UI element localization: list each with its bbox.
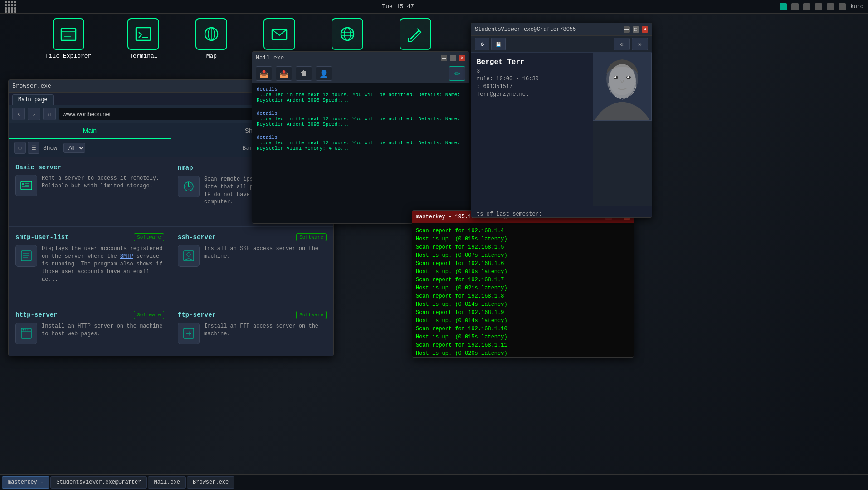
desktop-icon-file-explorer[interactable]: File Explorer <box>45 18 91 59</box>
topbar-user: kuro <box>850 4 863 10</box>
terminal-line-10: Scan report for 192.168.1.9 <box>416 309 630 317</box>
shop-item-title-smtp-user-list: smtp-user-list <box>15 234 69 241</box>
mail-minimize-button[interactable]: — <box>441 55 447 61</box>
shop-item-badge-http-server: Software <box>134 311 164 319</box>
svg-rect-16 <box>21 181 32 190</box>
shop-item-desc-ftp-server: Install an FTP access server on the mach… <box>204 323 327 338</box>
mail-message-1-text: ...called in the next 12 hours. You will… <box>257 92 464 103</box>
students-next-button[interactable]: » <box>632 38 648 50</box>
terminal-line-14: Scan report for 192.168.1.11 <box>416 341 630 349</box>
student-portrait <box>593 53 652 121</box>
terminal-line-2: Scan report for 192.168.1.5 <box>416 243 630 251</box>
mail-toolbar: 📥 📤 🗑 👤 ✏ <box>252 64 469 83</box>
mail-contact-button[interactable]: 👤 <box>316 66 332 81</box>
shop-item-title-http-server: http-server <box>15 311 57 318</box>
svg-point-12 <box>344 28 351 40</box>
student-schedule: rule: 10:00 - 16:30 <box>477 76 587 82</box>
svg-rect-25 <box>21 251 31 261</box>
shop-item-icon-nmap <box>178 176 200 197</box>
browser-nav-main[interactable]: Main <box>9 123 171 139</box>
terminal-window: masterkey - 195.102.229.158@Crafter78055… <box>412 210 634 358</box>
smtp-link[interactable]: SMTP <box>120 253 133 260</box>
shop-item-ssh-server[interactable]: ssh-server Software Install an SSH acces… <box>171 226 333 304</box>
terminal-line-15: Host is up. (0.020s latency) <box>416 349 630 357</box>
desktop-icon-label-terminal: Terminal <box>129 53 157 59</box>
mail-message-1-header: details <box>257 87 464 92</box>
student-email: Terr@genzyme.net <box>477 91 587 98</box>
mail-message-3-header: details <box>257 135 464 140</box>
students-settings-button[interactable]: ⚙ <box>475 38 489 50</box>
show-select[interactable]: All <box>63 143 85 153</box>
students-stats: ts of last semester: mming: 9.7 s: 1.3 n… <box>471 206 652 218</box>
mail-edit-button[interactable]: ✏ <box>449 66 465 81</box>
students-window: StudentsViewer.exe@Crafter78055 — □ ✕ ⚙ … <box>471 23 652 218</box>
list-view-toggle[interactable]: ☰ <box>28 142 39 154</box>
desktop-icon-label-map: Map <box>206 53 217 59</box>
shop-item-badge-ftp-server: Software <box>296 311 327 319</box>
taskbar-item-browser[interactable]: Browser.exe <box>187 476 234 489</box>
browser-tab-main[interactable]: Main page <box>12 94 54 105</box>
shop-item-smtp-user-list[interactable]: smtp-user-list Software Displays the use… <box>9 226 171 304</box>
svg-rect-17 <box>22 183 24 185</box>
browser-forward-button[interactable]: › <box>28 108 40 120</box>
shop-item-title-ssh-server: ssh-server <box>178 234 216 241</box>
mail-message-list: details ...called in the next 12 hours. … <box>252 83 469 223</box>
svg-point-35 <box>27 329 29 330</box>
shop-item-desc-http-server: Install an HTTP server on the machine to… <box>42 323 164 338</box>
shop-item-icon-smtp-user-list <box>15 245 37 267</box>
mail-message-1[interactable]: details ...called in the next 12 hours. … <box>252 83 469 107</box>
svg-point-44 <box>627 76 629 78</box>
shop-item-ftp-server[interactable]: ftp-server Software Install an FTP acces… <box>171 304 333 356</box>
svg-point-40 <box>609 64 636 98</box>
topbar-right: kuro <box>780 3 863 10</box>
shop-item-icon-basic-server <box>15 175 37 196</box>
shop-item-icon-ftp-server <box>178 323 200 344</box>
taskbar-item-masterkey[interactable]: masterkey - <box>2 476 49 489</box>
svg-point-33 <box>23 329 24 330</box>
desktop-icon-map[interactable]: Map <box>195 18 227 59</box>
topbar-icon-2 <box>791 3 799 10</box>
students-maximize-button[interactable]: □ <box>633 26 639 33</box>
svg-point-11 <box>341 28 354 40</box>
students-save-button[interactable]: 💾 <box>491 38 506 50</box>
mail-maximize-button[interactable]: □ <box>450 55 456 61</box>
desktop-icon-terminal[interactable]: Terminal <box>127 18 159 59</box>
shop-item-desc-smtp-user-list: Displays the user accounts registered on… <box>42 245 164 283</box>
taskbar-item-studentsviewer[interactable]: StudentsViewer.exe@Crafter <box>50 476 147 489</box>
mail-delete-button[interactable]: 🗑 <box>296 66 312 81</box>
terminal-line-13: Host is up. (0.015s latency) <box>416 333 630 341</box>
browser-home-button[interactable]: ⌂ <box>43 108 56 120</box>
student-name: Berget Terr <box>477 58 587 66</box>
topbar-icon-6 <box>839 3 846 10</box>
student-phone: : 691351517 <box>477 83 587 90</box>
shop-item-http-server[interactable]: http-server Software Install an HTTP se <box>9 304 171 356</box>
students-prev-button[interactable]: « <box>614 38 630 50</box>
mail-outbox-button[interactable]: 📤 <box>276 66 292 81</box>
mail-inbox-button[interactable]: 📥 <box>256 66 272 81</box>
terminal-content[interactable]: Scan report for 192.168.1.4 Host is up. … <box>412 223 634 357</box>
taskbar-item-mail[interactable]: Mail.exe <box>148 476 186 489</box>
students-close-button[interactable]: ✕ <box>642 26 648 33</box>
svg-point-34 <box>25 329 26 330</box>
desktop-icon-label-file-explorer: File Explorer <box>45 53 91 59</box>
grid-view-toggle[interactable]: ⊞ <box>14 142 26 154</box>
browser-back-button[interactable]: ‹ <box>12 108 25 120</box>
show-label: Show: <box>43 145 61 152</box>
topbar-icon-1 <box>780 3 787 10</box>
mail-message-3[interactable]: details ...called in the next 12 hours. … <box>252 131 469 155</box>
students-minimize-button[interactable]: — <box>624 26 630 33</box>
shop-item-title-nmap: nmap <box>178 164 193 172</box>
students-content: Berget Terr 3 rule: 10:00 - 16:30 : 6913… <box>471 53 652 206</box>
terminal-line-0: Scan report for 192.168.1.4 <box>416 227 630 235</box>
terminal-line-3: Host is up. (0.007s latency) <box>416 251 630 260</box>
shop-item-desc-basic-server: Rent a server to access it remotely. Rel… <box>42 175 164 190</box>
terminal-line-11: Host is up. (0.014s latency) <box>416 317 630 325</box>
mail-message-2[interactable]: details ...called in the next 12 hours. … <box>252 107 469 131</box>
shop-item-basic-server[interactable]: Basic server Rent a server to access it … <box>9 157 171 226</box>
apps-grid-icon[interactable] <box>5 1 16 13</box>
terminal-line-1: Host is up. (0.015s latency) <box>416 235 630 243</box>
topbar-icon-4 <box>815 3 822 10</box>
mail-close-button[interactable]: ✕ <box>459 55 465 61</box>
mail-titlebar: Mail.exe — □ ✕ <box>252 52 469 64</box>
students-titlebar: StudentsViewer.exe@Crafter78055 — □ ✕ <box>471 23 652 36</box>
